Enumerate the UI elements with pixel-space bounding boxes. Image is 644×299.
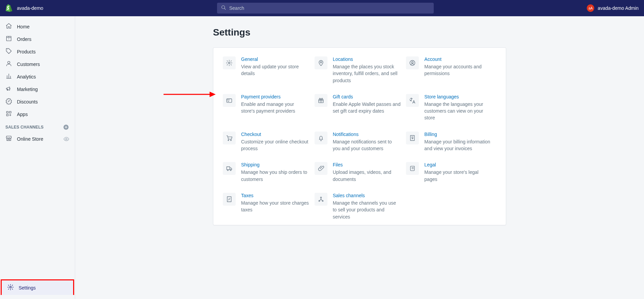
settings-desc: View and update your store details bbox=[241, 63, 309, 77]
settings-desc: Customize your online checkout process bbox=[241, 138, 309, 152]
page-title: Settings bbox=[213, 27, 506, 38]
settings-desc: Upload images, videos, and documents bbox=[333, 169, 401, 183]
home-icon bbox=[5, 23, 12, 30]
settings-desc: Manage how you ship orders to customers bbox=[241, 169, 309, 183]
settings-card-general: General View and update your store detai… bbox=[223, 56, 313, 84]
megaphone-icon bbox=[5, 85, 12, 93]
settings-link-shipping[interactable]: Shipping bbox=[241, 162, 309, 167]
sidebar-item-settings[interactable]: Settings bbox=[2, 280, 73, 295]
settings-link-locations[interactable]: Locations bbox=[333, 56, 401, 62]
sidebar-item-label: Discounts bbox=[17, 99, 38, 105]
settings-card-store-languages: Store languages Manage the languages you… bbox=[406, 94, 496, 121]
user-name-label: avada-demo Admin bbox=[598, 5, 639, 11]
sidebar-item-label: Analytics bbox=[17, 74, 36, 79]
sidebar-item-label: Customers bbox=[17, 62, 40, 67]
add-channel-button[interactable] bbox=[63, 124, 69, 131]
user-circle-icon bbox=[406, 56, 419, 69]
sidebar-item-analytics[interactable]: Analytics bbox=[0, 70, 75, 83]
settings-link-store-languages[interactable]: Store languages bbox=[424, 94, 492, 99]
settings-link-files[interactable]: Files bbox=[333, 162, 401, 167]
store-name[interactable]: avada-demo bbox=[17, 5, 43, 11]
gear-icon bbox=[223, 56, 236, 69]
main-content: Settings General View and update your st… bbox=[75, 16, 644, 299]
settings-card-legal: Legal Manage your store's legal pages bbox=[406, 162, 496, 183]
analytics-icon bbox=[5, 73, 12, 80]
translate-icon bbox=[406, 94, 419, 107]
gear-icon bbox=[7, 284, 14, 292]
settings-card-files: Files Upload images, videos, and documen… bbox=[315, 162, 405, 183]
settings-link-general[interactable]: General bbox=[241, 56, 309, 62]
channels-icon bbox=[315, 193, 327, 206]
discount-icon bbox=[5, 98, 12, 106]
percent-doc-icon bbox=[223, 193, 236, 206]
settings-card-gift-cards: Gift cards Enable Apple Wallet passes an… bbox=[315, 94, 405, 121]
settings-card-notifications: Notifications Manage notifications sent … bbox=[315, 132, 405, 152]
settings-card-account: Account Manage your accounts and permiss… bbox=[406, 56, 496, 84]
sidebar-item-label: Orders bbox=[17, 37, 31, 42]
settings-link-checkout[interactable]: Checkout bbox=[241, 132, 309, 137]
pin-icon bbox=[315, 56, 327, 69]
sidebar-item-marketing[interactable]: Marketing bbox=[0, 83, 75, 95]
bell-icon bbox=[315, 132, 327, 144]
tag-icon bbox=[5, 48, 12, 55]
settings-link-notifications[interactable]: Notifications bbox=[333, 132, 401, 137]
sales-channels-heading: SALES CHANNELS bbox=[0, 120, 75, 133]
sidebar-item-apps[interactable]: Apps bbox=[0, 108, 75, 120]
settings-link-gift-cards[interactable]: Gift cards bbox=[333, 94, 401, 99]
gift-icon bbox=[315, 94, 327, 107]
settings-card-sales-channels: Sales channels Manage the channels you u… bbox=[315, 193, 405, 220]
settings-desc: Manage the channels you use to sell your… bbox=[333, 200, 401, 220]
settings-card-payment-providers: Payment providers Enable and manage your… bbox=[223, 94, 313, 121]
search-box[interactable] bbox=[217, 3, 434, 14]
sidebar-channel-online-store[interactable]: Online Store bbox=[0, 133, 75, 145]
sidebar-item-orders[interactable]: Orders bbox=[0, 33, 75, 45]
shopify-logo-icon bbox=[5, 4, 13, 12]
settings-link-taxes[interactable]: Taxes bbox=[241, 193, 309, 198]
settings-desc: Manage how your store charges taxes bbox=[241, 200, 309, 213]
settings-card-shipping: Shipping Manage how you ship orders to c… bbox=[223, 162, 313, 183]
annotation-arrow bbox=[162, 90, 216, 99]
sidebar-item-label: Marketing bbox=[17, 87, 38, 92]
sidebar-item-label: Home bbox=[17, 24, 29, 29]
sidebar-item-home[interactable]: Home bbox=[0, 20, 75, 33]
settings-desc: Manage your store's legal pages bbox=[424, 169, 492, 183]
settings-link-account[interactable]: Account bbox=[424, 56, 492, 62]
sidebar-item-products[interactable]: Products bbox=[0, 45, 75, 58]
settings-desc: Manage your accounts and permissions bbox=[424, 63, 492, 77]
orders-icon bbox=[5, 35, 12, 43]
settings-card-checkout: Checkout Customize your online checkout … bbox=[223, 132, 313, 152]
settings-card-taxes: Taxes Manage how your store charges taxe… bbox=[223, 193, 313, 220]
annotation-highlight-box: Settings bbox=[1, 279, 74, 295]
search-input[interactable] bbox=[229, 5, 430, 11]
settings-link-billing[interactable]: Billing bbox=[424, 132, 492, 137]
avatar: aA bbox=[587, 4, 594, 12]
settings-desc: Enable Apple Wallet passes and set gift … bbox=[333, 101, 401, 115]
sidebar: HomeOrdersProductsCustomersAnalyticsMark… bbox=[0, 16, 75, 299]
settings-desc: Enable and manage your store's payment p… bbox=[241, 101, 309, 115]
person-icon bbox=[5, 60, 12, 68]
cart-icon bbox=[223, 132, 236, 144]
settings-link-payment-providers[interactable]: Payment providers bbox=[241, 94, 309, 99]
settings-link-sales-channels[interactable]: Sales channels bbox=[333, 193, 401, 198]
card-icon bbox=[223, 94, 236, 107]
sidebar-item-label: Apps bbox=[17, 112, 28, 117]
sidebar-item-customers[interactable]: Customers bbox=[0, 58, 75, 70]
settings-link-legal[interactable]: Legal bbox=[424, 162, 492, 167]
clip-icon bbox=[315, 162, 327, 175]
truck-icon bbox=[223, 162, 236, 175]
channel-label: Online Store bbox=[17, 136, 43, 142]
sidebar-settings-label: Settings bbox=[19, 285, 36, 291]
store-icon bbox=[5, 135, 12, 143]
receipt-icon bbox=[406, 132, 419, 144]
sidebar-item-label: Products bbox=[17, 49, 36, 54]
sidebar-item-discounts[interactable]: Discounts bbox=[0, 95, 75, 108]
view-store-icon[interactable] bbox=[63, 136, 69, 142]
settings-desc: Manage notifications sent to you and you… bbox=[333, 138, 401, 152]
scroll-icon bbox=[406, 162, 419, 175]
settings-card-locations: Locations Manage the places you stock in… bbox=[315, 56, 405, 84]
settings-card-billing: Billing Manage your billing information … bbox=[406, 132, 496, 152]
settings-desc: Manage the languages your customers can … bbox=[424, 101, 492, 121]
user-menu[interactable]: aA avada-demo Admin bbox=[571, 4, 639, 12]
search-icon bbox=[220, 4, 227, 12]
top-bar: avada-demo aA avada-demo Admin bbox=[0, 0, 644, 16]
